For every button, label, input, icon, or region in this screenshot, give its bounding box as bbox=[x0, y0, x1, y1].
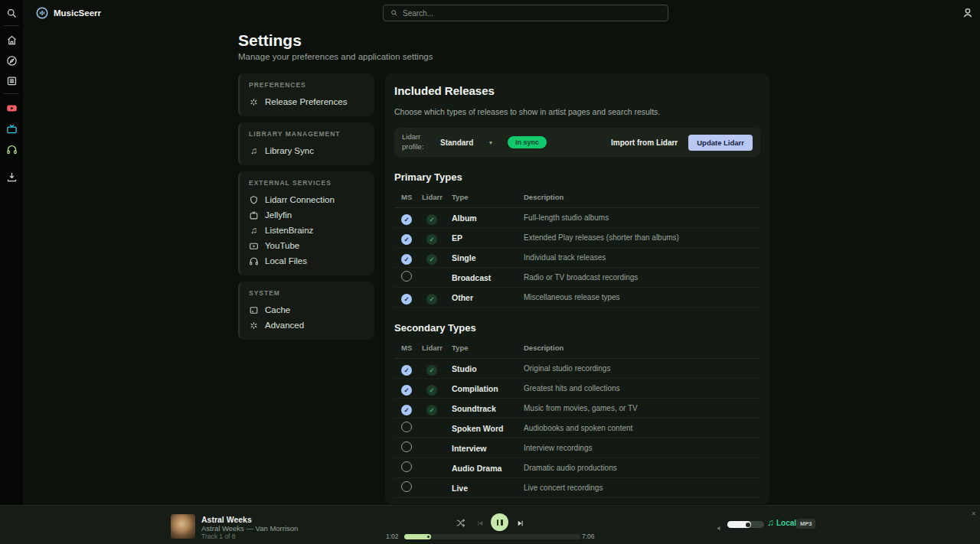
ms-checkbox-unchecked[interactable] bbox=[401, 422, 412, 432]
search-input[interactable] bbox=[403, 9, 661, 18]
format-badge: MP3 bbox=[796, 519, 815, 529]
lidarr-check-indicator: ✓ bbox=[426, 405, 437, 415]
nav-item-label: Cache bbox=[265, 305, 290, 314]
shield-icon bbox=[249, 195, 259, 205]
progress-knob[interactable] bbox=[427, 536, 430, 538]
table-row: ✓✓OtherMiscellaneous release types bbox=[394, 288, 760, 308]
nav-group-library-management: LIBRARY MANAGEMENT ♫ Library Sync bbox=[238, 122, 374, 165]
nav-item-cache[interactable]: Cache bbox=[249, 302, 365, 318]
nav-item-listenbrainz[interactable]: ♫ ListenBrainz bbox=[249, 223, 365, 238]
nav-item-lidarr-connection[interactable]: Lidarr Connection bbox=[249, 192, 365, 207]
release-type-label: Other bbox=[449, 293, 521, 302]
nav-group-system: SYSTEM Cache Advanced bbox=[238, 282, 374, 340]
music-note-icon: ♫ bbox=[249, 146, 259, 156]
release-type-label: Studio bbox=[449, 364, 521, 373]
primary-types-header: MS Lidarr Type Description bbox=[394, 193, 760, 208]
nav-item-release-preferences[interactable]: Release Preferences bbox=[249, 94, 365, 109]
search-icon bbox=[390, 9, 398, 17]
page-title: Settings bbox=[238, 31, 302, 50]
nav-item-jellyfin[interactable]: Jellyfin bbox=[249, 207, 365, 223]
previous-track-icon[interactable] bbox=[476, 520, 484, 527]
pause-button[interactable] bbox=[491, 513, 508, 531]
icon-rail bbox=[0, 0, 23, 544]
column-header-description: Description bbox=[521, 344, 760, 352]
ms-checkbox-unchecked[interactable] bbox=[401, 271, 412, 282]
table-row: ✓✓CompilationGreatest hits and collectio… bbox=[394, 379, 760, 399]
ms-checkbox-checked[interactable]: ✓ bbox=[401, 294, 412, 305]
download-icon[interactable] bbox=[5, 171, 18, 183]
discover-compass-icon[interactable] bbox=[5, 54, 18, 67]
home-icon[interactable] bbox=[5, 34, 18, 46]
ms-checkbox-checked[interactable]: ✓ bbox=[401, 214, 412, 225]
release-type-description: Interview recordings bbox=[521, 444, 760, 452]
lidarr-check-indicator: ✓ bbox=[426, 385, 437, 396]
column-header-type: Type bbox=[449, 193, 521, 201]
lidarr-check-indicator: ✓ bbox=[426, 294, 437, 305]
music-note-icon: ♫ bbox=[767, 517, 774, 528]
table-row: ✓✓StudioOriginal studio recordings bbox=[394, 359, 760, 379]
nav-group-label: LIBRARY MANAGEMENT bbox=[249, 130, 365, 138]
nav-item-label: Lidarr Connection bbox=[265, 195, 335, 204]
nav-item-label: YouTube bbox=[265, 241, 299, 250]
album-art bbox=[171, 514, 195, 539]
search-icon[interactable] bbox=[5, 7, 18, 19]
headphones-icon[interactable] bbox=[5, 143, 18, 155]
library-list-icon[interactable] bbox=[5, 74, 18, 86]
release-type-label: Audio Drama bbox=[449, 464, 521, 473]
release-type-description: Dramatic audio productions bbox=[521, 464, 760, 472]
tv-icon[interactable] bbox=[5, 122, 18, 135]
track-artist: Astral Weeks — Van Morrison bbox=[201, 525, 298, 533]
release-type-label: Live bbox=[449, 484, 521, 493]
primary-types-rows: ✓✓AlbumFull-length studio albums✓✓EPExte… bbox=[394, 208, 760, 308]
close-icon[interactable]: ✕ bbox=[971, 510, 976, 517]
volume-knob[interactable] bbox=[746, 523, 750, 527]
ms-checkbox-unchecked[interactable] bbox=[401, 481, 412, 492]
column-header-ms: MS bbox=[394, 344, 420, 352]
release-type-description: Original studio recordings bbox=[521, 364, 760, 373]
release-type-label: Single bbox=[449, 253, 521, 262]
panel-title: Included Releases bbox=[394, 84, 760, 97]
app-logo[interactable]: MusicSeerr bbox=[35, 6, 101, 20]
lidarr-check-indicator: ✓ bbox=[426, 254, 437, 265]
next-track-icon[interactable] bbox=[517, 520, 524, 527]
nav-item-youtube[interactable]: YouTube bbox=[249, 238, 365, 253]
progress-fill bbox=[404, 534, 431, 539]
app-name: MusicSeerr bbox=[54, 8, 101, 18]
table-row: ✓✓SoundtrackMusic from movies, games, or… bbox=[394, 399, 760, 419]
youtube-icon[interactable] bbox=[5, 102, 18, 114]
nav-item-label: Jellyfin bbox=[265, 210, 292, 220]
secondary-types-rows: ✓✓StudioOriginal studio recordings✓✓Comp… bbox=[394, 359, 760, 498]
user-profile-icon[interactable] bbox=[962, 7, 974, 19]
rail-divider bbox=[4, 25, 19, 26]
track-title: Astral Weeks bbox=[201, 516, 298, 524]
progress-bar[interactable] bbox=[404, 534, 580, 539]
nav-item-advanced[interactable]: Advanced bbox=[249, 318, 365, 333]
shuffle-icon[interactable] bbox=[456, 518, 466, 528]
ms-checkbox-checked[interactable]: ✓ bbox=[401, 405, 412, 415]
import-from-lidarr-button[interactable]: Import from Lidarr bbox=[611, 138, 678, 147]
ms-checkbox-unchecked[interactable] bbox=[401, 461, 412, 472]
lidarr-check-indicator: ✓ bbox=[426, 214, 437, 225]
nav-item-library-sync[interactable]: ♫ Library Sync bbox=[249, 143, 365, 158]
ms-checkbox-unchecked[interactable] bbox=[401, 441, 412, 452]
nav-group-label: PREFERENCES bbox=[249, 81, 365, 89]
nav-item-local-files[interactable]: Local Files bbox=[249, 253, 365, 269]
ms-checkbox-checked[interactable]: ✓ bbox=[401, 234, 412, 245]
ms-checkbox-checked[interactable]: ✓ bbox=[401, 254, 412, 265]
table-row: ✓✓AlbumFull-length studio albums bbox=[394, 208, 760, 228]
lidarr-profile-select[interactable]: Standard ▾ bbox=[440, 138, 492, 147]
speaker-icon[interactable] bbox=[717, 521, 724, 528]
tv-icon bbox=[249, 210, 259, 220]
table-row: LiveLive concert recordings bbox=[394, 478, 760, 498]
table-row: ✓✓EPExtended Play releases (shorter than… bbox=[394, 228, 760, 248]
ms-checkbox-checked[interactable]: ✓ bbox=[401, 385, 412, 396]
release-type-description: Full-length studio albums bbox=[521, 213, 760, 222]
app-window: MusicSeerr Settings Manage your preferen… bbox=[0, 0, 980, 544]
player-bar: ✕ Astral Weeks Astral Weeks — Van Morris… bbox=[0, 505, 980, 544]
release-type-description: Miscellaneous release types bbox=[521, 293, 760, 301]
ms-checkbox-checked[interactable]: ✓ bbox=[401, 365, 412, 376]
sparkle-icon bbox=[249, 321, 259, 331]
update-lidarr-button[interactable]: Update Lidarr bbox=[688, 135, 753, 151]
release-type-description: Greatest hits and collections bbox=[521, 384, 760, 393]
volume-slider[interactable] bbox=[727, 521, 764, 528]
